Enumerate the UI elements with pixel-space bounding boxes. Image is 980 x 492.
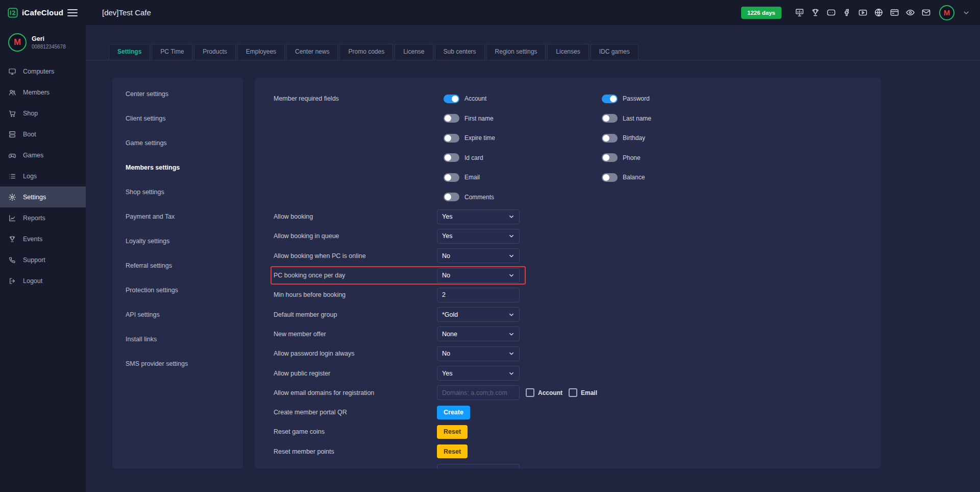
toggle-label: Id card bbox=[464, 154, 483, 161]
sidebar-item-label: Settings bbox=[23, 194, 46, 201]
input-allow-email-domains-for-registration[interactable] bbox=[437, 385, 520, 400]
settings-nav-item-payment-and-tax[interactable]: Payment and Tax bbox=[112, 204, 243, 229]
stats-icon[interactable] bbox=[795, 8, 804, 17]
checkbox-label: Email bbox=[581, 389, 597, 396]
sidebar-item-events[interactable]: Events bbox=[0, 228, 86, 249]
settings-nav-item-members-settings[interactable]: Members settings bbox=[112, 155, 243, 180]
facebook-icon[interactable] bbox=[842, 8, 852, 17]
toggle-birthday[interactable] bbox=[602, 134, 618, 143]
settings-nav-item-shop-settings[interactable]: Shop settings bbox=[112, 180, 243, 204]
sidebar-user-block: M Geri 008812345678 bbox=[0, 25, 86, 61]
settings-nav-item-protection-settings[interactable]: Protection settings bbox=[112, 278, 243, 302]
tab-license[interactable]: License bbox=[395, 44, 433, 60]
eye-icon[interactable] bbox=[905, 8, 915, 17]
sidebar-item-shop[interactable]: Shop bbox=[0, 103, 86, 124]
tab-settings[interactable]: Settings bbox=[109, 44, 150, 60]
select-allow-public-register[interactable]: Yes bbox=[437, 366, 520, 381]
boot-icon bbox=[8, 130, 16, 138]
phone-icon bbox=[8, 256, 16, 264]
monitor-icon bbox=[8, 67, 16, 76]
tab-licenses[interactable]: Licenses bbox=[547, 44, 589, 60]
form-row-label: Reset member points bbox=[274, 448, 437, 455]
trophy-icon[interactable] bbox=[811, 8, 820, 17]
settings-nav-item-install-links[interactable]: Install links bbox=[112, 327, 243, 352]
header-icons bbox=[795, 8, 931, 17]
select-allow-booking-in-queue[interactable]: Yes bbox=[437, 229, 520, 244]
toggle-knob bbox=[445, 194, 451, 200]
chevron-down-icon bbox=[508, 253, 514, 259]
tab-idc-games[interactable]: IDC games bbox=[591, 44, 639, 60]
tab-region-settings[interactable]: Region settings bbox=[486, 44, 546, 60]
toggle-cell-account: Account bbox=[444, 95, 602, 103]
form-row-allow-booking-when-pc-is-online: Allow booking when PC is onlineNo bbox=[274, 246, 881, 266]
license-days-badge[interactable]: 1226 days bbox=[741, 7, 781, 19]
toggle-balance[interactable] bbox=[602, 173, 618, 182]
checkbox-account[interactable] bbox=[526, 388, 534, 397]
reset-button[interactable]: Reset bbox=[437, 425, 468, 439]
settings-nav-item-api-settings[interactable]: API settings bbox=[112, 302, 243, 327]
toggle-label: Email bbox=[464, 174, 480, 181]
toggle-account[interactable] bbox=[444, 95, 459, 103]
tab-sub-centers[interactable]: Sub centers bbox=[435, 44, 485, 60]
globe-icon[interactable] bbox=[874, 8, 884, 17]
settings-nav-item-center-settings[interactable]: Center settings bbox=[112, 82, 243, 106]
sidebar-item-label: Shop bbox=[23, 110, 38, 117]
sidebar-item-reports[interactable]: Reports bbox=[0, 207, 86, 228]
select-allow-password-login-always[interactable]: No bbox=[437, 346, 520, 361]
tab-products[interactable]: Products bbox=[194, 44, 235, 60]
toggle-id-card[interactable] bbox=[444, 153, 459, 162]
toggle-email[interactable] bbox=[444, 173, 459, 182]
toggle-comments[interactable] bbox=[444, 193, 459, 201]
sidebar-item-settings[interactable]: Settings bbox=[0, 186, 86, 207]
toggle-label: Expire time bbox=[464, 134, 495, 142]
select-allow-booking[interactable]: Yes bbox=[437, 209, 520, 224]
member-required-fields-section: Member required fields AccountPasswordFi… bbox=[274, 89, 881, 207]
tab-center-news[interactable]: Center news bbox=[286, 44, 338, 60]
sidebar-item-members[interactable]: Members bbox=[0, 82, 86, 103]
select-value: Yes bbox=[442, 467, 452, 468]
toggle-label: Comments bbox=[464, 194, 494, 201]
app-logo[interactable]: iCafeCloud bbox=[7, 7, 63, 18]
settings-nav-item-client-settings[interactable]: Client settings bbox=[112, 106, 243, 131]
sidebar-item-logout[interactable]: Logout bbox=[0, 270, 86, 291]
reset-button[interactable]: Reset bbox=[437, 444, 468, 458]
sidebar-item-logs[interactable]: Logs bbox=[0, 166, 86, 186]
sidebar-item-computers[interactable]: Computers bbox=[0, 61, 86, 82]
create-button[interactable]: Create bbox=[437, 406, 470, 419]
select-default-member-group[interactable]: *Gold bbox=[437, 307, 520, 322]
toggle-last-name[interactable] bbox=[602, 114, 618, 123]
toggle-password[interactable] bbox=[602, 95, 618, 103]
checkbox-email[interactable] bbox=[569, 388, 577, 397]
settings-nav-item-referral-settings[interactable]: Referral settings bbox=[112, 253, 243, 278]
discord-icon[interactable] bbox=[826, 8, 836, 17]
user-avatar[interactable]: M bbox=[939, 5, 954, 20]
sidebar-item-label: Support bbox=[23, 256, 45, 264]
select-partial[interactable]: Yes bbox=[437, 464, 520, 469]
toggle-phone[interactable] bbox=[602, 153, 618, 162]
mail-icon[interactable] bbox=[921, 8, 931, 17]
settings-nav-item-sms-provider-settings[interactable]: SMS provider settings bbox=[112, 352, 243, 376]
gamepad-icon bbox=[8, 151, 16, 159]
tab-promo-codes[interactable]: Promo codes bbox=[339, 44, 393, 60]
sidebar-item-boot[interactable]: Boot bbox=[0, 124, 86, 145]
select-allow-booking-when-pc-is-online[interactable]: No bbox=[437, 248, 520, 263]
toggle-knob bbox=[603, 154, 609, 161]
sidebar-item-games[interactable]: Games bbox=[0, 145, 86, 166]
settings-nav-item-loyalty-settings[interactable]: Loyalty settings bbox=[112, 229, 243, 253]
toggle-first-name[interactable] bbox=[444, 114, 459, 123]
toggle-expire-time[interactable] bbox=[444, 134, 459, 143]
youtube-icon[interactable] bbox=[858, 8, 868, 17]
select-new-member-offer[interactable]: None bbox=[437, 326, 520, 341]
sidebar-user-avatar: M bbox=[8, 33, 27, 52]
input-min-hours-before-booking[interactable] bbox=[437, 288, 520, 302]
sidebar-item-label: Members bbox=[23, 89, 50, 96]
sidebar-item-label: Events bbox=[23, 236, 42, 243]
tab-employees[interactable]: Employees bbox=[237, 44, 285, 60]
settings-nav-item-game-settings[interactable]: Game settings bbox=[112, 131, 243, 155]
sidebar-item-support[interactable]: Support bbox=[0, 249, 86, 270]
tab-pc-time[interactable]: PC Time bbox=[152, 44, 192, 60]
select-pc-booking-once-per-day[interactable]: No bbox=[437, 268, 520, 283]
chevron-down-icon[interactable] bbox=[963, 9, 970, 16]
hamburger-menu-icon[interactable] bbox=[67, 9, 78, 16]
card-icon[interactable] bbox=[890, 8, 899, 17]
